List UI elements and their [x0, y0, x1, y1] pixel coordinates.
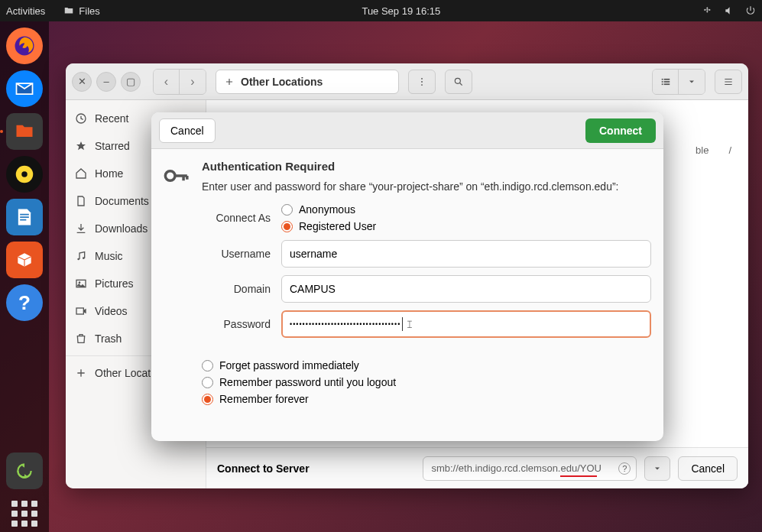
folder-icon: [63, 5, 74, 16]
dock-ubuntu-software[interactable]: [6, 242, 43, 278]
svg-point-3: [421, 77, 423, 79]
svg-rect-11: [661, 83, 663, 85]
domain-label: Domain: [202, 283, 271, 295]
svg-point-4: [421, 81, 423, 83]
svg-rect-18: [76, 308, 83, 314]
auth-dialog: Cancel Connect Authentication Required E…: [151, 112, 663, 441]
path-bar[interactable]: Other Locations: [216, 70, 399, 94]
domain-input[interactable]: [281, 275, 651, 303]
dock-firefox[interactable]: [6, 28, 43, 64]
forward-button[interactable]: ›: [180, 70, 206, 94]
dialog-cancel-button[interactable]: Cancel: [159, 118, 216, 143]
svg-point-15: [83, 257, 85, 259]
dock-libreoffice-writer[interactable]: [6, 199, 43, 235]
radio-forget-immediately[interactable]: Forget password immediately: [202, 359, 651, 371]
svg-rect-9: [661, 81, 663, 83]
server-history-dropdown[interactable]: [644, 456, 670, 481]
dialog-subtitle: Enter user and password for share “your-…: [202, 180, 651, 193]
server-address-input[interactable]: [423, 456, 637, 481]
svg-point-21: [165, 171, 175, 181]
svg-point-6: [455, 78, 460, 83]
power-icon[interactable]: [745, 5, 756, 16]
username-label: Username: [202, 248, 271, 260]
dock-rhythmbox[interactable]: [6, 156, 43, 193]
connect-as-label: Connect As: [202, 212, 271, 224]
search-button[interactable]: [445, 70, 472, 94]
svg-point-14: [77, 258, 79, 261]
svg-point-17: [79, 281, 81, 284]
clock[interactable]: Tue Sep 19 16:15: [100, 5, 702, 17]
close-button[interactable]: ✕: [72, 72, 92, 92]
text-cursor: [402, 317, 403, 331]
view-dropdown[interactable]: [679, 70, 705, 94]
connect-label: Connect to Server: [217, 462, 310, 475]
svg-rect-8: [663, 78, 670, 79]
help-icon[interactable]: ?: [618, 462, 631, 475]
app-indicator[interactable]: Files: [63, 5, 99, 17]
dock-help[interactable]: ?: [6, 284, 43, 321]
top-panel: Activities Files Tue Sep 19 16:15: [0, 0, 762, 21]
maximize-button[interactable]: ▢: [121, 72, 141, 92]
radio-remember-logout[interactable]: Remember password until you logout: [202, 376, 651, 388]
password-input[interactable]: ••••••••••••••••••••••••••••••••••• 𝙸: [281, 310, 651, 338]
list-view-button[interactable]: [653, 70, 679, 94]
activities-button[interactable]: Activities: [6, 5, 45, 17]
titlebar: ✕ – ▢ ‹ › Other Locations: [66, 63, 748, 100]
svg-rect-12: [663, 83, 670, 85]
radio-remember-forever[interactable]: Remember forever: [202, 393, 651, 405]
svg-rect-10: [663, 81, 670, 83]
dialog-connect-button[interactable]: Connect: [585, 118, 656, 143]
back-button[interactable]: ‹: [154, 70, 180, 94]
hamburger-menu[interactable]: [715, 70, 742, 94]
radio-anonymous[interactable]: Anonymous: [281, 203, 376, 216]
dock-show-apps[interactable]: [6, 495, 43, 532]
username-input[interactable]: [281, 240, 651, 268]
key-icon: [161, 160, 193, 429]
dialog-title: Authentication Required: [202, 160, 651, 173]
network-icon[interactable]: [702, 5, 713, 16]
plus-icon: [224, 76, 235, 87]
volume-icon[interactable]: [724, 5, 734, 16]
minimize-button[interactable]: –: [96, 72, 116, 92]
dock: ?: [0, 21, 49, 532]
password-label: Password: [202, 318, 271, 330]
ibeam-cursor-icon: 𝙸: [406, 318, 413, 331]
connect-cancel-button[interactable]: Cancel: [678, 456, 738, 481]
dock-thunderbird[interactable]: [6, 70, 43, 107]
svg-rect-7: [661, 78, 663, 79]
svg-point-5: [421, 84, 423, 86]
connect-to-server-bar: Connect to Server ? Cancel: [206, 447, 748, 488]
spell-underline: [560, 475, 597, 477]
svg-point-2: [21, 171, 28, 177]
dock-trash[interactable]: [6, 453, 43, 489]
dialog-header: Cancel Connect: [151, 112, 663, 149]
radio-registered-user[interactable]: Registered User: [281, 220, 376, 232]
kebab-menu[interactable]: [408, 70, 436, 94]
dock-files[interactable]: [6, 113, 43, 150]
